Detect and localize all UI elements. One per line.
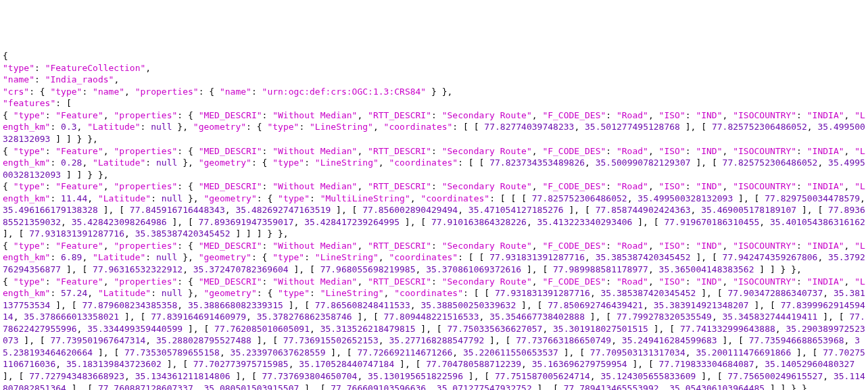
geojson-code-block: { "type": "FeatureCollection", "name": "… [3, 50, 865, 390]
